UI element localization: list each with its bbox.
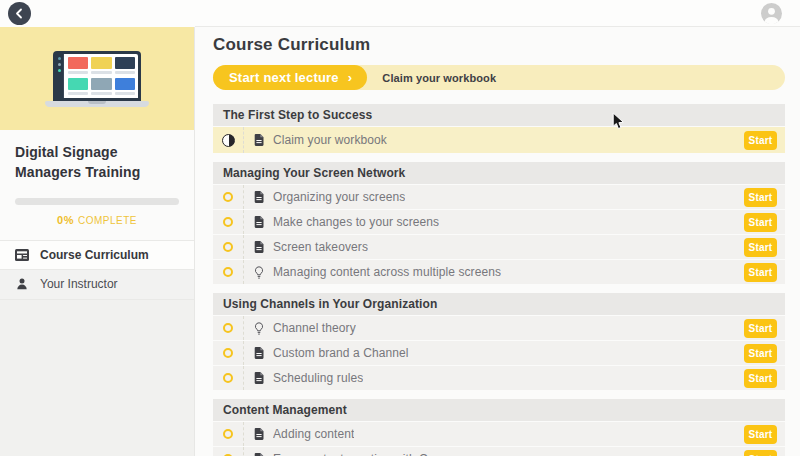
section-title: The First Step to Success	[213, 104, 785, 126]
sidebar-item-course-curriculum[interactable]: Course Curriculum	[0, 240, 194, 270]
not-started-ring-icon	[223, 242, 233, 252]
lecture-status	[213, 192, 243, 202]
lecture-title: Custom brand a Channel	[273, 346, 409, 360]
not-started-ring-icon	[223, 348, 233, 358]
curriculum-sections: The First Step to Success Claim your wor…	[213, 104, 785, 456]
start-next-lecture-button[interactable]: Start next lecture ›	[213, 65, 367, 90]
top-bar	[0, 0, 800, 27]
not-started-ring-icon	[223, 373, 233, 383]
section-title: Using Channels in Your Organization	[213, 293, 785, 315]
lecture-row[interactable]: Claim your workbook Start	[213, 127, 785, 153]
not-started-ring-icon	[223, 267, 233, 277]
user-avatar-icon[interactable]	[761, 3, 782, 24]
lecture-title: Organizing your screens	[273, 190, 405, 204]
course-title: Digital Signage Managers Training	[15, 143, 179, 183]
curriculum-section: The First Step to Success Claim your wor…	[213, 104, 785, 153]
start-button[interactable]: Start	[744, 319, 777, 338]
topbar-divider	[195, 26, 800, 27]
next-lecture-banner: Start next lecture › Claim your workbook	[213, 65, 785, 90]
chevron-right-icon: ›	[348, 70, 353, 85]
lecture-status	[213, 323, 243, 333]
lecture-title: Scheduling rules	[273, 371, 363, 385]
document-icon	[254, 428, 264, 440]
lecture-row[interactable]: Managing content across multiple screens…	[213, 260, 785, 284]
document-icon	[254, 241, 264, 253]
course-app-window: Digital Signage Managers Training 0%COMP…	[0, 0, 800, 456]
sidebar-item-label: Your Instructor	[40, 277, 118, 291]
lecture-status	[213, 134, 243, 147]
document-icon	[254, 347, 264, 359]
lecture-status	[213, 373, 243, 383]
start-button[interactable]: Start	[744, 188, 777, 207]
lecture-row[interactable]: Make changes to your screens Start	[213, 210, 785, 234]
document-icon	[254, 216, 264, 228]
course-thumbnail	[0, 27, 194, 130]
curriculum-section: Content Management Adding content Start	[213, 399, 785, 456]
curriculum-main: Course Curriculum Start next lecture › C…	[195, 27, 800, 456]
start-button[interactable]: Start	[744, 131, 777, 150]
back-button[interactable]	[8, 2, 31, 25]
lecture-title: Screen takeovers	[273, 240, 368, 254]
start-button[interactable]: Start	[744, 213, 777, 232]
progress-label: 0%COMPLETE	[15, 214, 179, 226]
start-button[interactable]: Start	[744, 344, 777, 363]
person-icon	[14, 278, 29, 290]
start-button[interactable]: Start	[744, 369, 777, 388]
page-title: Course Curriculum	[213, 34, 785, 56]
not-started-ring-icon	[223, 217, 233, 227]
document-icon	[254, 134, 264, 146]
sidebar-item-your-instructor[interactable]: Your Instructor	[0, 270, 194, 300]
curriculum-icon	[14, 249, 29, 261]
sidebar-background	[0, 300, 194, 456]
curriculum-section: Managing Your Screen Network Organizing …	[213, 162, 785, 284]
lecture-row[interactable]: Scheduling rules Start	[213, 366, 785, 390]
chevron-left-icon	[14, 8, 25, 19]
lecture-status	[213, 242, 243, 252]
start-button[interactable]: Start	[744, 425, 777, 444]
progress-bar	[15, 198, 179, 205]
progress-percent: 0%	[57, 214, 74, 226]
lightbulb-icon	[254, 266, 264, 279]
lecture-title: Make changes to your screens	[273, 215, 439, 229]
sidebar-item-label: Course Curriculum	[40, 248, 149, 262]
start-button[interactable]: Start	[744, 238, 777, 257]
lecture-status	[213, 429, 243, 439]
section-title: Managing Your Screen Network	[213, 162, 785, 184]
lecture-title: Managing content across multiple screens	[273, 265, 501, 279]
lecture-row[interactable]: Organizing your screens Start	[213, 185, 785, 209]
lecture-status	[213, 217, 243, 227]
lecture-row[interactable]: Easy content creation with Canvas Start	[213, 447, 785, 456]
lecture-row[interactable]: Channel theory Start	[213, 316, 785, 340]
lecture-row[interactable]: Custom brand a Channel Start	[213, 341, 785, 365]
not-started-ring-icon	[223, 192, 233, 202]
document-icon	[254, 372, 264, 384]
next-lecture-button-label: Start next lecture	[229, 70, 339, 85]
lecture-title: Adding content	[273, 427, 354, 441]
lecture-row[interactable]: Screen takeovers Start	[213, 235, 785, 259]
curriculum-section: Using Channels in Your Organization Chan…	[213, 293, 785, 390]
lecture-title: Easy content creation with Canvas	[273, 452, 460, 456]
lecture-row[interactable]: Adding content Start	[213, 422, 785, 446]
not-started-ring-icon	[223, 429, 233, 439]
lightbulb-icon	[254, 322, 264, 335]
laptop-illustration	[45, 51, 149, 107]
document-icon	[254, 191, 264, 203]
in-progress-icon	[222, 134, 235, 147]
start-button[interactable]: Start	[744, 450, 777, 456]
section-title: Content Management	[213, 399, 785, 421]
sidebar-menu: Course Curriculum Your Instructor	[0, 240, 194, 300]
course-info: Digital Signage Managers Training 0%COMP…	[0, 130, 194, 240]
next-lecture-title: Claim your workbook	[382, 72, 496, 84]
start-button[interactable]: Start	[744, 263, 777, 282]
lecture-status	[213, 348, 243, 358]
lecture-title: Channel theory	[273, 321, 356, 335]
lecture-title: Claim your workbook	[273, 133, 387, 147]
lecture-status	[213, 267, 243, 277]
progress-complete-text: COMPLETE	[78, 215, 137, 226]
course-sidebar: Digital Signage Managers Training 0%COMP…	[0, 27, 195, 456]
not-started-ring-icon	[223, 323, 233, 333]
